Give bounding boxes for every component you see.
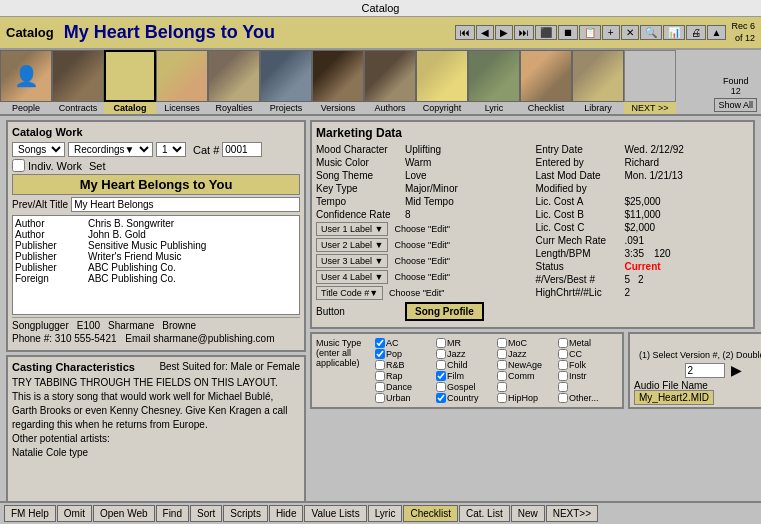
music-type-checkbox[interactable] (558, 338, 568, 348)
omit-button[interactable]: Omit (57, 505, 92, 522)
nav-delete[interactable]: ✕ (621, 25, 639, 40)
title-code-btn[interactable]: Title Code #▼ (316, 286, 383, 300)
tab-authors[interactable]: Authors (364, 50, 416, 114)
music-type-checkbox[interactable] (375, 371, 385, 381)
music-type-checkbox[interactable] (436, 349, 446, 359)
writer-role: Publisher (15, 262, 80, 273)
music-type-checkbox[interactable] (375, 349, 385, 359)
music-type-checkbox[interactable] (558, 349, 568, 359)
cat-list-button[interactable]: Cat. List (459, 505, 510, 522)
music-type-checkbox[interactable] (558, 371, 568, 381)
title-code-row: Title Code #▼ Choose "Edit" (316, 286, 530, 300)
fm-help-button[interactable]: FM Help (4, 505, 56, 522)
nav-copy[interactable]: 📋 (579, 25, 601, 40)
music-type-checkbox[interactable] (436, 393, 446, 403)
prev-title-input[interactable] (71, 197, 300, 212)
tab-versions[interactable]: Versions (312, 50, 364, 114)
new-button[interactable]: New (511, 505, 545, 522)
nav-stop[interactable]: ⏹ (558, 25, 578, 40)
music-type-checkbox[interactable] (375, 393, 385, 403)
tab-lyric[interactable]: Lyric (468, 50, 520, 114)
user4-label-btn[interactable]: User 4 Label ▼ (316, 270, 388, 284)
high-chrt-label: HighChrt#/#Lic (536, 287, 621, 298)
music-type-checkbox[interactable] (436, 338, 446, 348)
tab-catalog[interactable]: Catalog (104, 50, 156, 114)
nav-prev[interactable]: ◀ (476, 25, 494, 40)
tab-library[interactable]: Library (572, 50, 624, 114)
song-title-display: My Heart Belongs to You (12, 174, 300, 195)
tempo-label: Tempo (316, 196, 401, 207)
user1-label-btn[interactable]: User 1 Label ▼ (316, 222, 388, 236)
user3-label-btn[interactable]: User 3 Label ▼ (316, 254, 388, 268)
music-type-grid: ACMRMoCMetalPopJazzJazzCCR&BChildNewAgeF… (375, 338, 618, 403)
length-row: Length/BPM 3:35 120 (536, 248, 750, 259)
nav-up[interactable]: ▲ (707, 25, 727, 40)
value-lists-button[interactable]: Value Lists (304, 505, 366, 522)
nav-add[interactable]: + (602, 25, 620, 40)
hide-button[interactable]: Hide (269, 505, 304, 522)
nav-print[interactable]: 🖨 (686, 25, 706, 40)
music-type-checkbox[interactable] (497, 393, 507, 403)
entry-date-val: Wed. 2/12/92 (625, 144, 684, 155)
music-type-checkbox[interactable] (497, 338, 507, 348)
music-type-item: AC (375, 338, 435, 348)
writer-role: Publisher (15, 251, 80, 262)
music-type-checkbox[interactable] (375, 360, 385, 370)
music-type-checkbox[interactable] (436, 382, 446, 392)
version-input[interactable] (685, 363, 725, 378)
writer-row: PublisherSensitive Music Publishing (15, 240, 297, 251)
num-select[interactable]: 1 (156, 142, 186, 157)
nav-record[interactable]: ⬛ (535, 25, 557, 40)
nav-chart[interactable]: 📊 (663, 25, 685, 40)
music-type-checkbox[interactable] (497, 360, 507, 370)
music-type-checkbox[interactable] (558, 360, 568, 370)
tab-people[interactable]: 👤 People (0, 50, 52, 114)
find-button[interactable]: Find (156, 505, 189, 522)
show-all-button[interactable]: Show All (714, 98, 757, 112)
music-type-checkbox[interactable] (375, 382, 385, 392)
music-type-checkbox[interactable] (436, 360, 446, 370)
music-type-checkbox[interactable] (497, 349, 507, 359)
nav-last[interactable]: ⏭ (514, 25, 534, 40)
scripts-button[interactable]: Scripts (223, 505, 268, 522)
tab-next[interactable]: NEXT >> (624, 50, 676, 114)
tab-licenses[interactable]: Licenses (156, 50, 208, 114)
tab-checklist[interactable]: Checklist (520, 50, 572, 114)
tab-licenses-thumb (156, 50, 208, 102)
nav-first[interactable]: ⏮ (455, 25, 475, 40)
nav-next[interactable]: ▶ (495, 25, 513, 40)
recordings-select[interactable]: Recordings▼ (68, 142, 153, 157)
music-type-checkbox[interactable] (558, 382, 568, 392)
next-button[interactable]: NEXT>> (546, 505, 598, 522)
tab-contracts[interactable]: Contracts (52, 50, 104, 114)
checklist-button[interactable]: Checklist (403, 505, 458, 522)
open-web-button[interactable]: Open Web (93, 505, 155, 522)
user2-label-btn[interactable]: User 2 Label ▼ (316, 238, 388, 252)
music-type-checkbox[interactable] (497, 382, 507, 392)
song-profile-button[interactable]: Song Profile (405, 302, 484, 321)
music-type-item: Pop (375, 349, 435, 359)
lyric-button[interactable]: Lyric (368, 505, 403, 522)
music-type-item: Child (436, 360, 496, 370)
left-panel: Catalog Work Songs Recordings▼ 1 Cat # I… (6, 120, 306, 506)
tab-projects[interactable]: Projects (260, 50, 312, 114)
music-type-checkbox[interactable] (497, 371, 507, 381)
status-val: Current (625, 261, 661, 272)
tab-copyright[interactable]: Copyright (416, 50, 468, 114)
cat-num-input[interactable] (222, 142, 262, 157)
writers-box[interactable]: AuthorChris B. SongwriterAuthorJohn B. G… (12, 215, 300, 315)
music-type-checkbox[interactable] (436, 371, 446, 381)
type-select[interactable]: Songs (12, 142, 65, 157)
indiv-work-checkbox[interactable] (12, 159, 25, 172)
nav-search[interactable]: 🔍 (640, 25, 662, 40)
confidence-row: Confidence Rate 8 (316, 209, 530, 220)
tab-royalties[interactable]: Royalties (208, 50, 260, 114)
music-type-item: Metal (558, 338, 618, 348)
music-color-row: Music Color Warm (316, 157, 530, 168)
music-type-checkbox[interactable] (558, 393, 568, 403)
music-type-checkbox[interactable] (375, 338, 385, 348)
sort-button[interactable]: Sort (190, 505, 222, 522)
toolbar-song-title: My Heart Belongs to You (64, 22, 451, 43)
music-type-item-label: Pop (386, 349, 402, 359)
set-label: Set (89, 160, 106, 172)
